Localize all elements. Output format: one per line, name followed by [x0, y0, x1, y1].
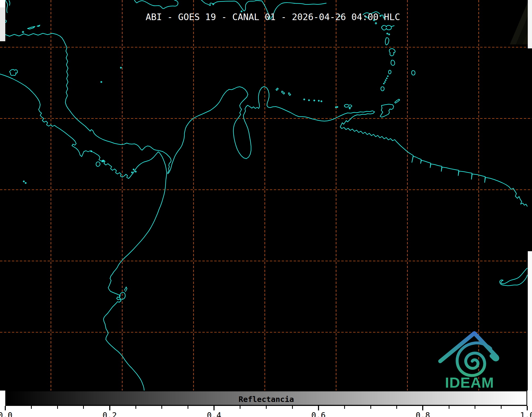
coastline-stvincent — [389, 70, 391, 74]
colorbar-tick-label: 0.6 — [307, 411, 330, 417]
scan-edge-artifact-left — [0, 0, 5, 41]
ideam-logo-text: IDEAM — [445, 374, 498, 391]
coastline-trinidad — [380, 104, 394, 117]
colorbar-minor-tick — [396, 406, 397, 409]
scan-edge-artifact-right-bottom — [528, 251, 532, 391]
coastline-dominica — [385, 38, 389, 45]
colorbar-major-tick — [527, 406, 528, 410]
colorbar-major-tick — [422, 406, 423, 410]
coastline-jamaica — [134, 0, 178, 8]
coastline-puna-island — [120, 287, 127, 299]
colorbar-minor-tick — [57, 406, 58, 409]
coastline-bay-islands — [28, 25, 40, 29]
scan-edge-artifact-right-top — [528, 0, 532, 48]
coastline-layer — [0, 0, 527, 390]
scan-noise-artifact-right — [509, 0, 528, 44]
colorbar-major-tick — [318, 406, 319, 410]
colorbar-label: Reflectancia — [6, 395, 526, 404]
coastline-right-edge-river — [500, 268, 527, 286]
coastline-margarita — [335, 104, 352, 108]
colorbar-tick-label: 1.0 — [515, 411, 532, 417]
coastline-lake-nicaragua — [10, 70, 17, 76]
coastline-guadeloupe — [381, 25, 394, 30]
colorbar-major-tick — [109, 406, 110, 410]
coastline-abc-islands — [276, 88, 291, 95]
colorbar-minor-tick — [449, 406, 449, 409]
colorbar-tick-label: 0.2 — [98, 411, 122, 417]
colorbar-minor-tick — [240, 406, 240, 409]
image-title: ABI - GOES 19 - CANAL 01 - 2026-04-26 04… — [0, 12, 532, 22]
colorbar-minor-tick — [135, 406, 136, 409]
coastline-coiba — [96, 161, 104, 166]
colorbar-minor-tick — [188, 406, 188, 409]
colorbar-minor-tick — [501, 406, 502, 409]
ideam-logo-graphic — [440, 333, 497, 375]
coastline-martinique — [389, 49, 395, 56]
colorbar-tick-label: 0.8 — [411, 411, 435, 417]
colorbar-major-tick — [5, 406, 6, 410]
colorbar-minor-tick — [370, 406, 371, 409]
colorbar-minor-tick — [161, 406, 162, 409]
small-island-dots — [22, 4, 390, 184]
coastline-pacific — [0, 74, 167, 390]
reflectance-colorbar: Reflectancia — [5, 391, 527, 406]
colorbar-section: Reflectancia 0.00.20.40.60.81.0 — [0, 391, 532, 417]
coastline-tobago — [395, 99, 400, 103]
colorbar-minor-tick — [292, 406, 293, 409]
colorbar-minor-tick — [266, 406, 267, 409]
satellite-image-viewer: ABI - GOES 19 - CANAL 01 - 2026-04-26 04… — [0, 0, 532, 417]
coastline-barbados — [412, 71, 415, 75]
satellite-map-svg — [0, 0, 532, 391]
coastline-stlucia — [391, 60, 395, 65]
graticule-gridlines — [0, 0, 532, 391]
colorbar-major-tick — [213, 406, 215, 410]
coastline-caribbean — [0, 33, 527, 206]
coastline-grenada — [381, 87, 384, 91]
colorbar-minor-tick — [475, 406, 475, 409]
colorbar-minor-tick — [83, 406, 84, 409]
colorbar-minor-tick — [31, 406, 32, 409]
colorbar-minor-tick — [344, 406, 345, 409]
satellite-map-area: ABI - GOES 19 - CANAL 01 - 2026-04-26 04… — [0, 0, 532, 391]
colorbar-tick-label: 0.0 — [0, 411, 17, 417]
colorbar-tick-label: 0.4 — [202, 411, 226, 417]
